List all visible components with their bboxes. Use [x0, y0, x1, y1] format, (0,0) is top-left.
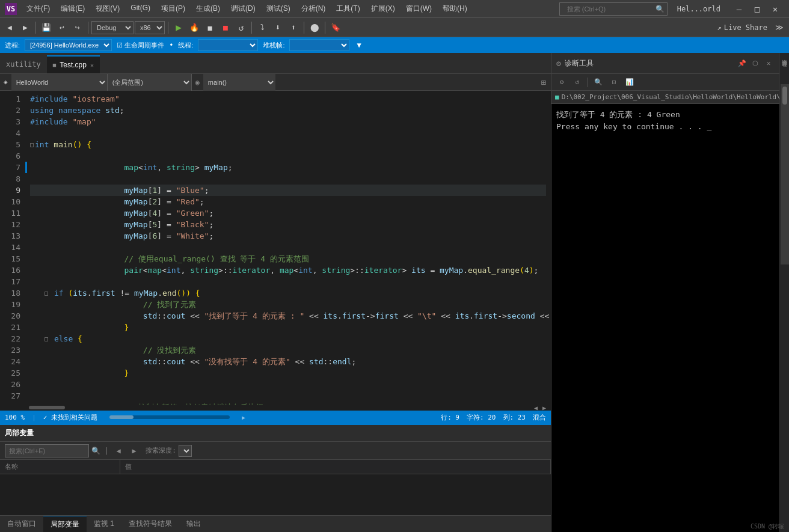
- scroll-arrow-right[interactable]: ▶: [242, 414, 245, 421]
- file-name-select[interactable]: HelloWorld: [11, 74, 108, 91]
- breakpoint-btn[interactable]: ⬤: [307, 20, 322, 35]
- csdn-credit: CSDN @转辗: [751, 522, 784, 531]
- toolbar-forward[interactable]: ▶: [18, 20, 32, 35]
- local-vars-tab[interactable]: 局部变量: [43, 516, 87, 533]
- scroll-left[interactable]: ◀: [534, 405, 538, 411]
- function-select[interactable]: main(): [203, 74, 275, 91]
- debug-config-dropdown[interactable]: Debug: [91, 21, 134, 34]
- menu-help[interactable]: 帮助(H): [438, 2, 472, 15]
- toolbar-redo[interactable]: ↪: [70, 20, 85, 35]
- file-toolbar-right: ⊞: [536, 78, 551, 87]
- toolbar-extra[interactable]: ≫: [772, 20, 787, 35]
- platform-dropdown[interactable]: x86: [135, 21, 165, 34]
- panel-float-btn[interactable]: ⬡: [749, 57, 761, 69]
- menu-git[interactable]: Git(G): [126, 2, 155, 15]
- line-num-11: 11: [0, 207, 20, 219]
- bookmark-btn[interactable]: 🔖: [328, 20, 343, 35]
- menu-view[interactable]: 视图(V): [91, 2, 124, 15]
- menu-window[interactable]: 窗口(W): [401, 2, 437, 15]
- restart-btn[interactable]: ↺: [234, 20, 248, 35]
- line-item[interactable]: 行: 9: [441, 413, 459, 422]
- toolbar-undo[interactable]: ↩: [55, 20, 69, 35]
- minimize-button[interactable]: —: [730, 0, 748, 18]
- dropdown-arrow[interactable]: ▼: [357, 41, 361, 49]
- diagnostics-title: 诊断工具: [565, 58, 594, 69]
- menu-debug[interactable]: 调试(D): [226, 2, 260, 15]
- line-num-27: 27: [0, 390, 20, 402]
- search-input[interactable]: [562, 2, 655, 16]
- stack-label: 堆栈帧:: [263, 41, 284, 50]
- empty-table-hint: [0, 474, 551, 492]
- maximize-button[interactable]: □: [748, 0, 766, 18]
- no-issues-item[interactable]: ✓ 未找到相关问题: [43, 413, 97, 422]
- col-item[interactable]: 列: 23: [503, 413, 526, 422]
- line-num-14: 14: [0, 242, 20, 253]
- xutility-tab[interactable]: xutility: [0, 55, 47, 73]
- menu-build[interactable]: 生成(B): [191, 2, 225, 15]
- horizontal-scrollbar[interactable]: ◀ ▶: [0, 405, 551, 411]
- window-title: Hel...orld: [677, 5, 720, 13]
- live-share-button[interactable]: ↗ Live Share: [714, 22, 771, 33]
- scope-select[interactable]: (全局范围): [108, 74, 192, 91]
- toolbar-back[interactable]: ◀: [2, 20, 17, 35]
- menu-tools[interactable]: 工具(T): [331, 2, 364, 15]
- diagnostics-header: ⚙ 诊断工具 📌 ⬡ ✕: [551, 53, 779, 74]
- right-scrollbar[interactable]: [781, 84, 789, 264]
- line-num-4: 4: [0, 127, 20, 139]
- stack-select[interactable]: [289, 39, 349, 51]
- line-num-8: 8: [0, 173, 20, 185]
- menu-edit[interactable]: 编辑(E): [56, 2, 90, 15]
- status-scrollbar[interactable]: [109, 415, 230, 419]
- menu-analyze[interactable]: 分析(N): [296, 2, 331, 15]
- menu-file[interactable]: 文件(F): [22, 2, 55, 15]
- expand-icon[interactable]: ⊞: [541, 78, 546, 87]
- panel-pin-btn[interactable]: 📌: [736, 57, 748, 69]
- thread-select[interactable]: [198, 39, 258, 51]
- step-out[interactable]: ⬆: [286, 20, 301, 35]
- code-line-25: }: [30, 367, 546, 379]
- close-button[interactable]: ✕: [766, 0, 784, 18]
- panel-close-btn[interactable]: ✕: [763, 57, 775, 69]
- depth-select[interactable]: [179, 445, 192, 457]
- menu-extensions[interactable]: 扩展(X): [366, 2, 400, 15]
- char-item[interactable]: 字符: 20: [467, 413, 496, 422]
- step-into[interactable]: ⬇: [271, 20, 285, 35]
- bullet-sep: •: [169, 41, 173, 49]
- console-output[interactable]: 找到了等于 4 的元素 : 4 Green Press any key to c…: [551, 104, 779, 532]
- tab-close-button[interactable]: ✕: [90, 62, 94, 69]
- search-prev-btn[interactable]: ◀: [112, 444, 125, 457]
- line-num-23: 23: [0, 344, 20, 356]
- watch-1-tab[interactable]: 监视 1: [87, 516, 121, 533]
- scroll-right[interactable]: ▶: [542, 405, 546, 411]
- code-editor[interactable]: 1 2 3 4 5 6 7 8 9 10 11 12 13 14 15 16 1: [0, 91, 551, 405]
- output-tab[interactable]: 输出: [179, 516, 208, 533]
- search-next-btn[interactable]: ▶: [127, 444, 141, 457]
- code-content[interactable]: #include "iostream" using namespace std;…: [25, 91, 551, 405]
- menu-project[interactable]: 项目(P): [156, 2, 190, 15]
- zoom-item[interactable]: 100 %: [5, 414, 25, 421]
- local-search-input[interactable]: [5, 444, 89, 457]
- line-num-22: 22: [0, 333, 20, 344]
- diag-filter-btn[interactable]: ⊟: [607, 76, 621, 89]
- scrollbar-thumb[interactable]: [29, 406, 65, 409]
- diag-refresh-btn[interactable]: ↺: [571, 76, 584, 89]
- console-title-bar: ■ D:\002_Project\006_Visual_Studio\Hello…: [551, 91, 779, 104]
- diagnostics-settings-icon[interactable]: ⚙: [556, 59, 561, 68]
- window-controls: — □ ✕: [730, 0, 784, 18]
- find-symbol-tab[interactable]: 查找符号结果: [121, 516, 179, 533]
- diag-search-btn[interactable]: 🔍: [592, 76, 605, 89]
- test-cpp-tab[interactable]: ■ Test.cpp ✕: [47, 55, 100, 73]
- process-select[interactable]: [24956] HelloWorld.exe: [25, 39, 112, 51]
- diag-settings-btn[interactable]: ⚙: [555, 76, 568, 89]
- function-icon: ◉: [192, 78, 203, 87]
- stop-btn[interactable]: ■: [218, 20, 233, 35]
- toolbar-save[interactable]: 💾: [39, 20, 54, 35]
- line-num-20: 20: [0, 310, 20, 322]
- record-btn[interactable]: ◼: [203, 20, 217, 35]
- continue-button[interactable]: ▶: [171, 20, 186, 35]
- menu-test[interactable]: 测试(S): [262, 2, 295, 15]
- step-over[interactable]: ⤵: [255, 20, 269, 35]
- encoding-item[interactable]: 混合: [533, 413, 546, 422]
- diag-chart-btn[interactable]: 📊: [623, 76, 636, 89]
- auto-window-tab[interactable]: 自动窗口: [0, 516, 43, 533]
